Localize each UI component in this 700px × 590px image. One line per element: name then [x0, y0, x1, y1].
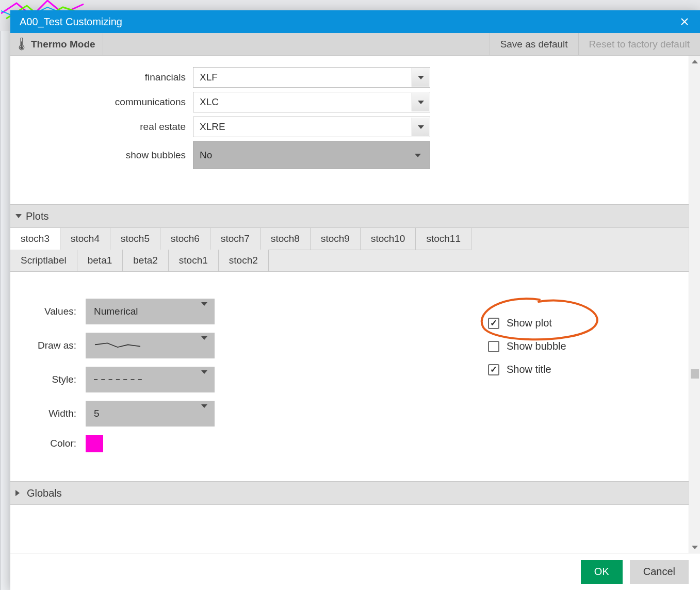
thermo-mode-button[interactable]: Thermo Mode [10, 33, 103, 55]
tab-stoch4[interactable]: stoch4 [60, 228, 110, 250]
globals-section-title: Globals [27, 487, 62, 499]
tab-beta2[interactable]: beta2 [123, 250, 169, 272]
realestate-label: real estate [21, 121, 186, 133]
reset-factory-button: Reset to factory default [578, 33, 700, 55]
communications-value: XLC [200, 96, 219, 108]
drawas-select[interactable] [86, 333, 215, 358]
financials-value: XLF [200, 72, 218, 83]
line-style-icon [94, 341, 145, 350]
form-section: financials XLF communications XLC real e… [10, 56, 689, 204]
chevron-down-icon [412, 93, 429, 111]
plot-tabs: stoch3 stoch4 stoch5 stoch6 stoch7 stoch… [10, 228, 689, 272]
show-title-label: Show title [507, 364, 551, 375]
values-select[interactable]: Numerical [86, 299, 215, 324]
svg-rect-1 [21, 41, 22, 47]
show-title-row: Show title [488, 364, 674, 375]
scroll-handle[interactable] [691, 369, 699, 379]
chevron-down-icon [201, 408, 207, 419]
tab-beta1[interactable]: beta1 [77, 250, 123, 272]
chevron-down-icon [412, 142, 424, 168]
scroll-up-arrow[interactable] [689, 56, 700, 67]
values-value: Numerical [94, 306, 138, 317]
dialog-title: A00_Test Customizing [20, 16, 122, 28]
scroll-down-arrow[interactable] [689, 542, 700, 553]
tab-stoch1[interactable]: stoch1 [169, 250, 219, 272]
chevron-down-icon [201, 306, 207, 317]
show-plot-label: Show plot [507, 317, 552, 329]
show-plot-checkbox[interactable] [488, 318, 499, 329]
dash-style-icon [94, 375, 145, 384]
realestate-value: XLRE [200, 121, 225, 133]
titlebar: A00_Test Customizing [10, 10, 700, 33]
values-label: Values: [25, 306, 76, 317]
showbubbles-select[interactable]: No [193, 141, 430, 169]
tab-stoch11[interactable]: stoch11 [416, 228, 471, 250]
customizing-dialog: A00_Test Customizing Thermo Mode Save as… [10, 10, 700, 590]
thermo-mode-label: Thermo Mode [31, 39, 95, 50]
tab-stoch5[interactable]: stoch5 [110, 228, 160, 250]
dialog-footer: OK Cancel [10, 553, 700, 590]
dialog-content: financials XLF communications XLC real e… [10, 56, 700, 553]
left-gutter [0, 31, 10, 590]
tab-stoch7[interactable]: stoch7 [210, 228, 261, 250]
thermometer-icon [18, 38, 26, 51]
toolbar: Thermo Mode Save as default Reset to fac… [10, 33, 700, 56]
communications-select[interactable]: XLC [193, 92, 430, 112]
plot-settings: Values: Numerical Draw as: [10, 272, 689, 481]
realestate-select[interactable]: XLRE [193, 117, 430, 137]
show-bubble-row: Show bubble [488, 340, 674, 352]
tab-stoch6[interactable]: stoch6 [160, 228, 210, 250]
chevron-down-icon [201, 374, 207, 385]
color-label: Color: [25, 438, 76, 449]
cancel-button[interactable]: Cancel [630, 560, 689, 584]
tab-scriptlabel[interactable]: Scriptlabel [10, 250, 77, 272]
chevron-down-icon [412, 68, 429, 87]
close-icon [680, 18, 689, 26]
drawas-label: Draw as: [25, 340, 76, 351]
ok-button[interactable]: OK [581, 560, 623, 584]
show-bubble-label: Show bubble [507, 340, 566, 352]
tab-stoch10[interactable]: stoch10 [361, 228, 416, 250]
style-label: Style: [25, 374, 76, 385]
show-bubble-checkbox[interactable] [488, 341, 499, 352]
plots-section-title: Plots [26, 210, 48, 222]
chevron-right-icon [15, 490, 23, 496]
showbubbles-label: show bubbles [21, 150, 186, 161]
plots-section-header[interactable]: Plots [10, 204, 689, 228]
showbubbles-value: No [200, 150, 212, 161]
width-label: Width: [25, 408, 76, 419]
chevron-down-icon [201, 340, 207, 351]
width-select[interactable]: 5 [86, 401, 215, 427]
chevron-down-icon [412, 118, 429, 136]
tab-stoch8[interactable]: stoch8 [261, 228, 311, 250]
show-title-checkbox[interactable] [488, 364, 499, 375]
tab-stoch3[interactable]: stoch3 [10, 228, 60, 250]
communications-label: communications [21, 96, 186, 108]
financials-select[interactable]: XLF [193, 67, 430, 88]
app-screen: A00_Test Customizing Thermo Mode Save as… [0, 0, 700, 590]
scroll-area: financials XLF communications XLC real e… [10, 56, 689, 553]
width-value: 5 [94, 408, 100, 419]
chevron-down-icon [15, 214, 22, 218]
save-default-button[interactable]: Save as default [490, 33, 578, 55]
close-button[interactable] [678, 15, 691, 28]
globals-section-header[interactable]: Globals [10, 481, 689, 505]
color-picker[interactable] [86, 435, 103, 452]
financials-label: financials [21, 72, 186, 83]
style-select[interactable] [86, 367, 215, 392]
tab-stoch9[interactable]: stoch9 [311, 228, 361, 250]
show-plot-row: Show plot [488, 317, 674, 329]
tab-stoch2[interactable]: stoch2 [219, 250, 269, 272]
vertical-scrollbar[interactable] [689, 56, 700, 553]
